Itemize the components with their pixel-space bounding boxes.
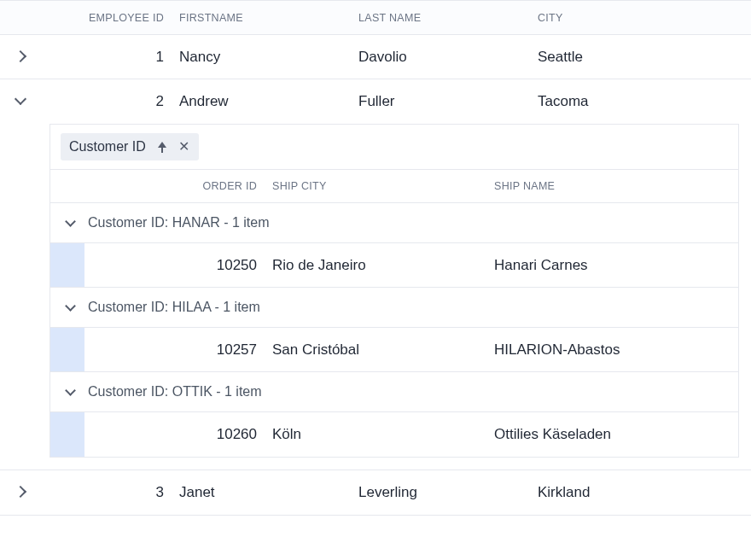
group-label: Customer ID: OTTIK - 1 item [88,384,262,400]
group-row[interactable]: Customer ID: OTTIK - 1 item [50,372,738,412]
order-row: 10257 San Cristóbal HILARION-Abastos [50,328,738,372]
cell-last-name: Leverling [358,472,538,513]
group-label: Customer ID: HILAA - 1 item [88,300,260,315]
col-header-city[interactable]: CITY [538,3,751,32]
col-header-first-name[interactable]: FIRSTNAME [179,3,358,32]
expand-toggle[interactable] [0,95,41,108]
cell-order-id: 10250 [102,245,272,286]
order-row: 10250 Rio de Janeiro Hanari Carnes [50,243,738,288]
group-bar: Customer ID ✕ [50,125,738,169]
cell-city: Tacoma [538,81,751,122]
group-row[interactable]: Customer ID: HILAA - 1 item [50,288,738,328]
employee-row: 1 Nancy Davolio Seattle [0,35,751,79]
group-chip-customer-id[interactable]: Customer ID ✕ [61,133,199,160]
chevron-down-icon [64,217,76,229]
expand-toggle[interactable] [0,486,41,499]
cell-order-id: 10260 [102,414,272,455]
grid-header-row: EMPLOYEE ID FIRSTNAME LAST NAME CITY [0,1,751,35]
cell-first-name: Andrew [179,81,358,122]
cell-ship-city: San Cristóbal [272,330,494,370]
col-header-last-name[interactable]: LAST NAME [358,3,538,32]
orders-grid: Customer ID ✕ ORDER ID SHIP CITY SHIP NA… [49,124,739,458]
cell-first-name: Nancy [179,37,358,78]
chevron-right-icon [14,50,27,64]
chevron-down-icon [14,95,27,108]
chevron-right-icon [14,486,27,499]
chevron-down-icon [64,386,76,398]
group-indent-bar [50,243,84,287]
cell-ship-name: HILARION-Abastos [494,330,738,370]
group-row[interactable]: Customer ID: HANAR - 1 item [50,203,738,243]
orders-header-row: ORDER ID SHIP CITY SHIP NAME [50,169,738,203]
cell-first-name: Janet [179,472,358,513]
group-indent-bar [50,328,84,371]
employee-grid: EMPLOYEE ID FIRSTNAME LAST NAME CITY 1 N… [0,0,751,516]
chevron-down-icon [64,301,76,313]
group-chip-label: Customer ID [69,139,146,155]
cell-ship-name: Ottilies Käseladen [494,414,738,455]
cell-city: Kirkland [538,472,751,513]
cell-ship-name: Hanari Carnes [494,245,738,286]
employee-row: 2 Andrew Fuller Tacoma [0,79,751,124]
cell-last-name: Davolio [358,37,538,78]
cell-employee-id: 3 [41,472,179,513]
cell-city: Seattle [538,37,751,78]
col-header-employee-id[interactable]: EMPLOYEE ID [41,3,179,32]
order-row: 10260 Köln Ottilies Käseladen [50,412,738,457]
cell-ship-city: Köln [272,414,494,455]
cell-last-name: Fuller [358,81,538,122]
col-header-order-id[interactable]: ORDER ID [102,172,272,201]
remove-group-icon[interactable]: ✕ [178,141,190,153]
sort-asc-icon[interactable] [156,141,168,153]
cell-ship-city: Rio de Janeiro [272,245,494,286]
group-indent-bar [50,412,84,457]
detail-panel: Customer ID ✕ ORDER ID SHIP CITY SHIP NA… [0,124,751,470]
col-header-ship-city[interactable]: SHIP CITY [272,172,494,201]
group-label: Customer ID: HANAR - 1 item [88,215,269,230]
cell-employee-id: 1 [41,37,179,78]
cell-order-id: 10257 [102,330,272,370]
cell-employee-id: 2 [41,81,179,122]
employee-row: 3 Janet Leverling Kirkland [0,470,751,515]
col-header-ship-name[interactable]: SHIP NAME [494,172,738,201]
expand-toggle[interactable] [0,50,41,64]
